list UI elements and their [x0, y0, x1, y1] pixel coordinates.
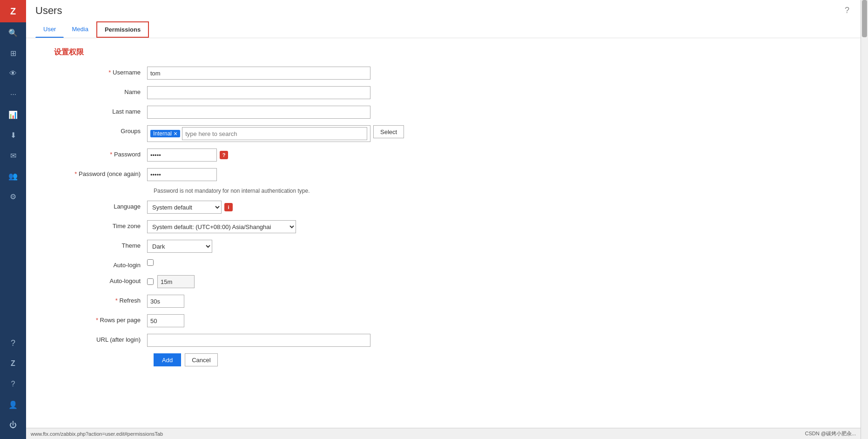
groups-control: Internal × Select	[147, 125, 851, 142]
rows-control	[147, 314, 851, 327]
name-input[interactable]	[147, 86, 370, 99]
url-input[interactable]	[147, 334, 370, 347]
statusbar-right: CSDN @碳烤小肥汆...	[805, 430, 856, 437]
autologout-input[interactable]	[157, 275, 195, 288]
groups-label: Groups	[54, 125, 147, 135]
url-control	[147, 334, 851, 347]
autologout-container	[147, 275, 195, 288]
tabs: User Media Permissions	[35, 21, 851, 38]
autologin-control	[147, 259, 851, 266]
password-input[interactable]	[147, 149, 217, 162]
autologout-checkbox[interactable]	[147, 278, 154, 285]
url-label: URL (after login)	[54, 334, 147, 343]
sidebar-item-zabbix[interactable]: Z	[0, 353, 26, 374]
section-title: 设置权限	[54, 47, 851, 57]
page-title: Users	[35, 5, 851, 17]
main-content: ? Users User Media Permissions 设置权限 User…	[26, 0, 861, 439]
refresh-control	[147, 295, 851, 308]
statusbar: www.ftx.com/zabbix.php?action=user.edit#…	[26, 428, 861, 439]
password-once-label: Password (once again)	[54, 168, 147, 177]
refresh-input[interactable]	[147, 295, 184, 308]
language-row: Language System default English Chinese …	[54, 201, 851, 214]
tab-permissions[interactable]: Permissions	[96, 21, 149, 38]
theme-row: Theme Dark Light System default	[54, 240, 851, 253]
sidebar-logo[interactable]: Z	[0, 0, 26, 22]
sidebar-item-mail[interactable]: ✉	[0, 145, 26, 166]
sidebar: Z 🔍 ⊞ 👁 ⋯ 📊 ⬇ ✉ 👥 ⚙ ? Z ? 👤 ⏻	[0, 0, 26, 439]
statusbar-url: www.ftx.com/zabbix.php?action=user.edit#…	[31, 431, 163, 437]
scrollbar-track	[861, 0, 868, 439]
username-label: Username	[54, 67, 147, 76]
sidebar-item-support[interactable]: ?	[0, 333, 26, 353]
language-select[interactable]: System default English Chinese	[147, 201, 222, 214]
groups-search-input[interactable]	[182, 127, 367, 140]
password-hint: Password is not mandatory for non intern…	[154, 188, 851, 194]
groups-tag-internal: Internal ×	[150, 130, 180, 137]
theme-select[interactable]: Dark Light System default	[147, 240, 212, 253]
rows-row: Rows per page	[54, 314, 851, 327]
sidebar-item-reports[interactable]: 📊	[0, 104, 26, 125]
groups-container[interactable]: Internal ×	[147, 125, 370, 142]
lastname-row: Last name	[54, 106, 851, 119]
theme-control: Dark Light System default	[147, 240, 851, 253]
password-once-input[interactable]	[147, 168, 217, 181]
password-control: ?	[147, 149, 851, 162]
tab-user[interactable]: User	[35, 21, 64, 38]
tag-remove-icon[interactable]: ×	[174, 130, 177, 137]
timezone-label: Time zone	[54, 220, 147, 230]
lastname-input[interactable]	[147, 106, 370, 119]
scrollbar[interactable]	[861, 0, 868, 439]
sidebar-item-help[interactable]: ?	[0, 374, 26, 394]
name-control	[147, 86, 851, 99]
refresh-row: Refresh	[54, 295, 851, 308]
rows-input[interactable]	[147, 314, 184, 327]
help-icon[interactable]: ?	[845, 6, 849, 15]
autologout-row: Auto-logout	[54, 275, 851, 288]
password-row: Password ?	[54, 149, 851, 162]
theme-label: Theme	[54, 240, 147, 249]
autologout-control	[147, 275, 851, 288]
url-row: URL (after login)	[54, 334, 851, 347]
username-input[interactable]	[147, 67, 370, 80]
autologin-label: Auto-login	[54, 259, 147, 269]
content-area: 设置权限 Username Name Last name	[26, 38, 861, 428]
password-once-row: Password (once again)	[54, 168, 851, 181]
name-label: Name	[54, 86, 147, 95]
password-once-control	[147, 168, 851, 181]
timezone-control: System default: (UTC+08:00) Asia/Shangha…	[147, 220, 851, 233]
autologin-checkbox[interactable]	[147, 259, 154, 266]
sidebar-item-settings[interactable]: ⚙	[0, 186, 26, 207]
groups-select-button[interactable]: Select	[373, 125, 404, 138]
sidebar-item-download[interactable]: ⬇	[0, 125, 26, 145]
language-control: System default English Chinese i	[147, 201, 851, 214]
sidebar-item-search[interactable]: 🔍	[0, 22, 26, 43]
language-info-icon[interactable]: i	[224, 203, 233, 211]
password-label: Password	[54, 149, 147, 158]
autologin-row: Auto-login	[54, 259, 851, 269]
autologout-label: Auto-logout	[54, 275, 147, 284]
password-help-icon[interactable]: ?	[220, 151, 228, 159]
tag-label: Internal	[153, 130, 172, 137]
timezone-row: Time zone System default: (UTC+08:00) As…	[54, 220, 851, 233]
sidebar-item-user[interactable]: 👤	[0, 394, 26, 415]
sidebar-item-monitoring[interactable]: 👁	[0, 63, 26, 84]
add-button[interactable]: Add	[154, 353, 181, 366]
sidebar-item-power[interactable]: ⏻	[0, 415, 26, 435]
lastname-control	[147, 106, 851, 119]
scrollbar-thumb[interactable]	[862, 0, 867, 37]
rows-label: Rows per page	[54, 314, 147, 324]
tab-media[interactable]: Media	[64, 21, 96, 38]
action-buttons: Add Cancel	[154, 353, 851, 366]
username-control	[147, 67, 851, 80]
language-label: Language	[54, 201, 147, 210]
sidebar-item-network[interactable]: ⋯	[0, 84, 26, 104]
timezone-select[interactable]: System default: (UTC+08:00) Asia/Shangha…	[147, 220, 296, 233]
username-row: Username	[54, 67, 851, 80]
lastname-label: Last name	[54, 106, 147, 115]
sidebar-item-users[interactable]: 👥	[0, 166, 26, 186]
header: Users User Media Permissions	[26, 0, 861, 38]
cancel-button[interactable]: Cancel	[185, 353, 217, 366]
sidebar-item-dashboard[interactable]: ⊞	[0, 43, 26, 63]
name-row: Name	[54, 86, 851, 99]
refresh-label: Refresh	[54, 295, 147, 304]
